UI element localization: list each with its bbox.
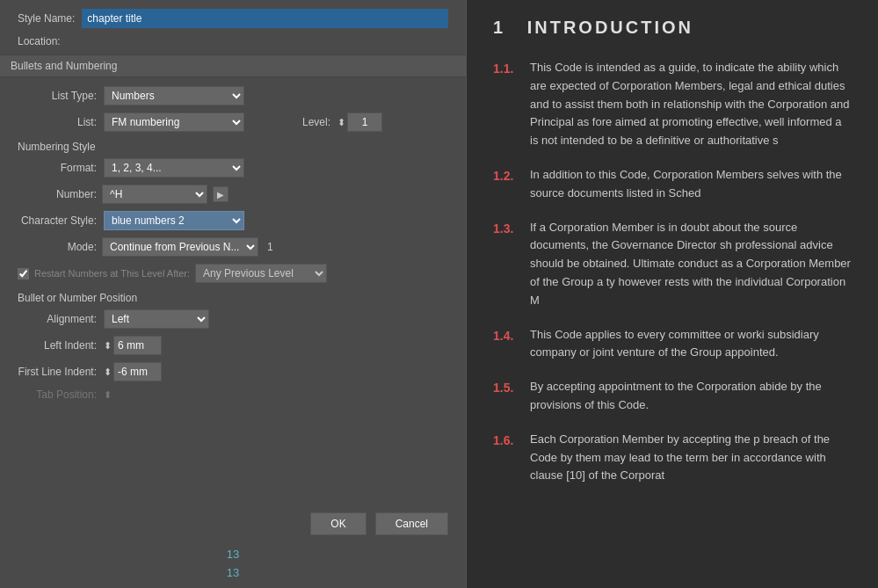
tab-position-spinner-icon: ⬍ — [104, 389, 112, 401]
section-text: If a Corporation Member is in doubt abou… — [530, 219, 852, 310]
restart-label: Restart Numbers at This Level After: — [34, 268, 190, 279]
number-select[interactable]: ^H — [102, 185, 207, 204]
section-number: 1.4. — [493, 326, 519, 345]
location-label: Location: — [18, 35, 61, 47]
section-number: 1.5. — [493, 378, 519, 397]
section-text: This Code applies to every committee or … — [530, 326, 852, 363]
first-line-indent-spinner-icon: ⬍ — [104, 367, 112, 378]
character-style-label: Character Style: — [18, 214, 97, 227]
chapter-title-text: INTRODUCTION — [527, 18, 693, 37]
list-select[interactable]: FM numbering — [104, 113, 244, 132]
list-row: List: FM numbering Level: ⬍ — [18, 113, 448, 132]
position-section: Bullet or Number Position Alignment: Lef… — [18, 292, 448, 401]
number-expand-button[interactable]: ▶ — [213, 186, 229, 202]
numbering-style-header: Numbering Style — [18, 141, 448, 153]
level-label: Level: — [251, 116, 330, 128]
section-number: 1.3. — [493, 219, 519, 238]
mode-label: Mode: — [18, 241, 97, 253]
sections-container: 1.1.This Code is intended as a guide, to… — [493, 59, 852, 485]
style-name-row: Style Name: — [0, 0, 466, 33]
first-line-indent-row: First Line Indent: ⬍ — [18, 362, 448, 381]
left-indent-spinner-icon: ⬍ — [104, 340, 112, 352]
level-input-group: ⬍ — [337, 113, 382, 132]
tab-position-row: Tab Position: ⬍ — [18, 388, 448, 401]
list-label: List: — [18, 116, 97, 128]
level-input[interactable] — [347, 113, 382, 132]
location-row: Location: — [0, 33, 466, 54]
restart-select[interactable]: Any Previous Level — [195, 264, 327, 283]
ok-button[interactable]: OK — [310, 512, 366, 535]
list-type-select[interactable]: Numbers Bullets — [104, 86, 244, 105]
restart-row: Restart Numbers at This Level After: Any… — [18, 264, 448, 283]
section-number: 1.1. — [493, 59, 519, 78]
alignment-label: Alignment: — [18, 313, 97, 325]
level-spinner-icon: ⬍ — [337, 117, 345, 128]
first-line-indent-input[interactable] — [113, 362, 162, 381]
section-block: 1.1.This Code is intended as a guide, to… — [493, 59, 852, 150]
page-numbers: 13 13 — [0, 548, 466, 588]
chapter-title: 1 INTRODUCTION — [493, 18, 852, 38]
section-block: 1.6.Each Corporation Member by accepting… — [493, 431, 852, 485]
style-name-label: Style Name: — [18, 12, 75, 25]
section-block: 1.2.In addition to this Code, Corporatio… — [493, 166, 852, 203]
format-label: Format: — [18, 162, 97, 174]
number-row: Number: ^H ▶ — [18, 185, 448, 204]
mode-row: Mode: Continue from Previous N... Start … — [18, 237, 448, 257]
section-block: 1.5.By accepting appointment to the Corp… — [493, 378, 852, 415]
format-select[interactable]: 1, 2, 3, 4... i, ii, iii, iv... a, b, c,… — [104, 158, 244, 178]
position-header: Bullet or Number Position — [18, 292, 448, 304]
mode-number: 1 — [267, 241, 273, 253]
tab-position-label: Tab Position: — [18, 388, 97, 401]
section-text: This Code is intended as a guide, to ind… — [530, 59, 852, 150]
section-text: By accepting appointment to the Corporat… — [530, 378, 852, 415]
first-line-indent-label: First Line Indent: — [18, 366, 97, 378]
section-text: In addition to this Code, Corporation Me… — [530, 166, 852, 203]
format-row: Format: 1, 2, 3, 4... i, ii, iii, iv... … — [18, 158, 448, 178]
restart-checkbox[interactable] — [18, 268, 29, 279]
chapter-number: 1 — [493, 18, 505, 37]
style-name-input[interactable] — [82, 9, 448, 28]
left-indent-input[interactable] — [113, 336, 162, 355]
section-text: Each Corporation Member by accepting the… — [530, 431, 852, 485]
section-number: 1.6. — [493, 431, 519, 450]
page-num-1: 13 — [227, 548, 239, 561]
left-indent-label: Left Indent: — [18, 339, 97, 352]
bullets-numbering-header: Bullets and Numbering — [0, 54, 466, 77]
list-type-row: List Type: Numbers Bullets — [18, 86, 448, 105]
left-indent-row: Left Indent: ⬍ — [18, 336, 448, 355]
document-panel: 1 INTRODUCTION 1.1.This Code is intended… — [467, 0, 878, 588]
number-label: Number: — [18, 188, 97, 200]
first-line-indent-input-group: ⬍ — [104, 362, 162, 381]
form-area: List Type: Numbers Bullets List: FM numb… — [0, 77, 466, 500]
tab-position-input-group: ⬍ — [104, 389, 112, 401]
page-num-2: 13 — [227, 566, 239, 579]
section-block: 1.4.This Code applies to every committee… — [493, 326, 852, 363]
button-row: OK Cancel — [0, 500, 466, 548]
section-block: 1.3.If a Corporation Member is in doubt … — [493, 219, 852, 310]
section-number: 1.2. — [493, 166, 519, 185]
character-style-row: Character Style: blue numbers 2 — [18, 211, 448, 230]
dialog-panel: Style Name: Location: Bullets and Number… — [0, 0, 466, 588]
alignment-row: Alignment: Left Center Right — [18, 309, 448, 329]
character-style-select[interactable]: blue numbers 2 — [104, 211, 244, 230]
list-type-label: List Type: — [18, 90, 97, 102]
mode-select[interactable]: Continue from Previous N... Start at — [102, 237, 258, 257]
alignment-select[interactable]: Left Center Right — [104, 309, 209, 329]
cancel-button[interactable]: Cancel — [375, 512, 448, 535]
left-indent-input-group: ⬍ — [104, 336, 162, 355]
